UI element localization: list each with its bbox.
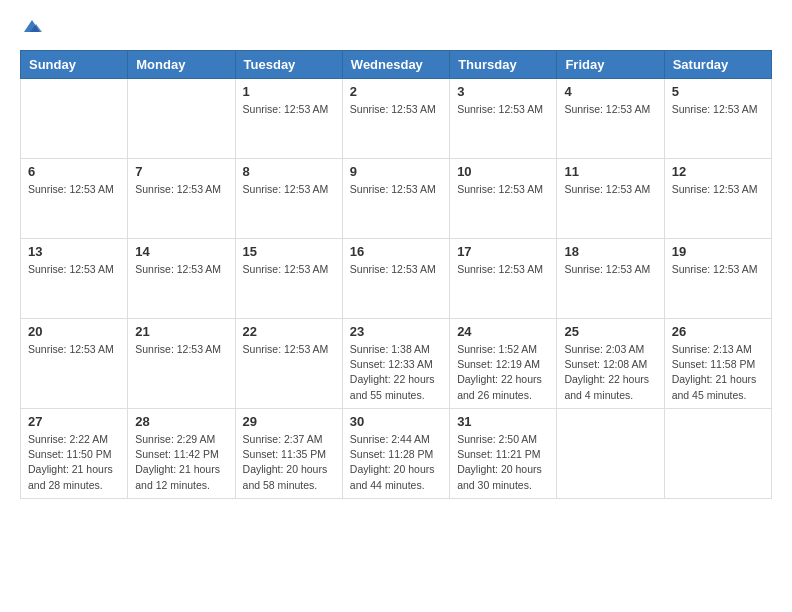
day-number: 28 [135, 414, 227, 429]
weekday-header-row: SundayMondayTuesdayWednesdayThursdayFrid… [21, 51, 772, 79]
day-detail: Sunrise: 12:53 AM [672, 182, 764, 197]
day-detail: Sunrise: 12:53 AM [350, 102, 442, 117]
day-number: 6 [28, 164, 120, 179]
day-number: 14 [135, 244, 227, 259]
day-detail: Sunrise: 12:53 AM [564, 102, 656, 117]
day-detail: Sunrise: 12:53 AM [28, 262, 120, 277]
day-cell: 22Sunrise: 12:53 AM [235, 319, 342, 409]
logo [20, 18, 44, 42]
day-detail: Sunrise: 12:53 AM [135, 182, 227, 197]
day-cell: 8Sunrise: 12:53 AM [235, 159, 342, 239]
day-number: 16 [350, 244, 442, 259]
day-cell: 14Sunrise: 12:53 AM [128, 239, 235, 319]
day-cell: 24Sunrise: 1:52 AMSunset: 12:19 AMDaylig… [450, 319, 557, 409]
week-row-5: 27Sunrise: 2:22 AMSunset: 11:50 PMDaylig… [21, 408, 772, 498]
day-cell: 27Sunrise: 2:22 AMSunset: 11:50 PMDaylig… [21, 408, 128, 498]
day-cell: 10Sunrise: 12:53 AM [450, 159, 557, 239]
day-number: 15 [243, 244, 335, 259]
day-cell: 5Sunrise: 12:53 AM [664, 79, 771, 159]
day-number: 17 [457, 244, 549, 259]
week-row-2: 6Sunrise: 12:53 AM7Sunrise: 12:53 AM8Sun… [21, 159, 772, 239]
day-cell: 7Sunrise: 12:53 AM [128, 159, 235, 239]
day-detail: Sunrise: 12:53 AM [28, 342, 120, 357]
day-detail: Sunrise: 12:53 AM [350, 262, 442, 277]
day-number: 8 [243, 164, 335, 179]
day-number: 2 [350, 84, 442, 99]
day-number: 4 [564, 84, 656, 99]
day-number: 25 [564, 324, 656, 339]
day-detail: Sunrise: 12:53 AM [135, 262, 227, 277]
day-cell [557, 408, 664, 498]
day-detail: Sunrise: 1:52 AMSunset: 12:19 AMDaylight… [457, 342, 549, 403]
day-cell: 1Sunrise: 12:53 AM [235, 79, 342, 159]
day-cell: 19Sunrise: 12:53 AM [664, 239, 771, 319]
weekday-header-thursday: Thursday [450, 51, 557, 79]
day-number: 11 [564, 164, 656, 179]
day-detail: Sunrise: 2:13 AMSunset: 11:58 PMDaylight… [672, 342, 764, 403]
day-number: 13 [28, 244, 120, 259]
day-number: 7 [135, 164, 227, 179]
day-number: 10 [457, 164, 549, 179]
day-number: 18 [564, 244, 656, 259]
weekday-header-wednesday: Wednesday [342, 51, 449, 79]
day-detail: Sunrise: 2:37 AMSunset: 11:35 PMDaylight… [243, 432, 335, 493]
day-cell: 4Sunrise: 12:53 AM [557, 79, 664, 159]
day-detail: Sunrise: 2:03 AMSunset: 12:08 AMDaylight… [564, 342, 656, 403]
day-detail: Sunrise: 12:53 AM [243, 342, 335, 357]
day-cell: 9Sunrise: 12:53 AM [342, 159, 449, 239]
day-number: 20 [28, 324, 120, 339]
day-detail: Sunrise: 12:53 AM [672, 262, 764, 277]
day-number: 21 [135, 324, 227, 339]
day-detail: Sunrise: 12:53 AM [243, 102, 335, 117]
weekday-header-tuesday: Tuesday [235, 51, 342, 79]
day-detail: Sunrise: 2:50 AMSunset: 11:21 PMDaylight… [457, 432, 549, 493]
calendar: SundayMondayTuesdayWednesdayThursdayFrid… [20, 50, 772, 499]
day-cell: 31Sunrise: 2:50 AMSunset: 11:21 PMDaylig… [450, 408, 557, 498]
day-number: 26 [672, 324, 764, 339]
day-cell: 13Sunrise: 12:53 AM [21, 239, 128, 319]
day-number: 12 [672, 164, 764, 179]
day-cell: 25Sunrise: 2:03 AMSunset: 12:08 AMDaylig… [557, 319, 664, 409]
day-cell: 11Sunrise: 12:53 AM [557, 159, 664, 239]
logo-icon [22, 18, 42, 38]
week-row-4: 20Sunrise: 12:53 AM21Sunrise: 12:53 AM22… [21, 319, 772, 409]
weekday-header-monday: Monday [128, 51, 235, 79]
day-detail: Sunrise: 12:53 AM [28, 182, 120, 197]
day-detail: Sunrise: 2:44 AMSunset: 11:28 PMDaylight… [350, 432, 442, 493]
day-detail: Sunrise: 12:53 AM [564, 262, 656, 277]
day-number: 29 [243, 414, 335, 429]
day-number: 23 [350, 324, 442, 339]
day-detail: Sunrise: 12:53 AM [672, 102, 764, 117]
day-cell: 20Sunrise: 12:53 AM [21, 319, 128, 409]
day-number: 31 [457, 414, 549, 429]
day-detail: Sunrise: 12:53 AM [243, 262, 335, 277]
day-cell: 29Sunrise: 2:37 AMSunset: 11:35 PMDaylig… [235, 408, 342, 498]
day-cell: 23Sunrise: 1:38 AMSunset: 12:33 AMDaylig… [342, 319, 449, 409]
day-number: 1 [243, 84, 335, 99]
week-row-3: 13Sunrise: 12:53 AM14Sunrise: 12:53 AM15… [21, 239, 772, 319]
day-cell: 30Sunrise: 2:44 AMSunset: 11:28 PMDaylig… [342, 408, 449, 498]
day-detail: Sunrise: 1:38 AMSunset: 12:33 AMDaylight… [350, 342, 442, 403]
day-cell: 15Sunrise: 12:53 AM [235, 239, 342, 319]
day-number: 27 [28, 414, 120, 429]
day-detail: Sunrise: 2:22 AMSunset: 11:50 PMDaylight… [28, 432, 120, 493]
day-number: 22 [243, 324, 335, 339]
day-cell: 16Sunrise: 12:53 AM [342, 239, 449, 319]
day-detail: Sunrise: 12:53 AM [135, 342, 227, 357]
day-detail: Sunrise: 12:53 AM [243, 182, 335, 197]
day-cell: 6Sunrise: 12:53 AM [21, 159, 128, 239]
day-cell: 21Sunrise: 12:53 AM [128, 319, 235, 409]
day-detail: Sunrise: 12:53 AM [457, 262, 549, 277]
day-number: 3 [457, 84, 549, 99]
day-detail: Sunrise: 12:53 AM [457, 102, 549, 117]
day-cell: 26Sunrise: 2:13 AMSunset: 11:58 PMDaylig… [664, 319, 771, 409]
weekday-header-saturday: Saturday [664, 51, 771, 79]
day-number: 24 [457, 324, 549, 339]
day-cell: 17Sunrise: 12:53 AM [450, 239, 557, 319]
day-cell: 2Sunrise: 12:53 AM [342, 79, 449, 159]
day-number: 30 [350, 414, 442, 429]
day-cell [21, 79, 128, 159]
day-detail: Sunrise: 12:53 AM [457, 182, 549, 197]
day-cell: 3Sunrise: 12:53 AM [450, 79, 557, 159]
day-detail: Sunrise: 12:53 AM [564, 182, 656, 197]
